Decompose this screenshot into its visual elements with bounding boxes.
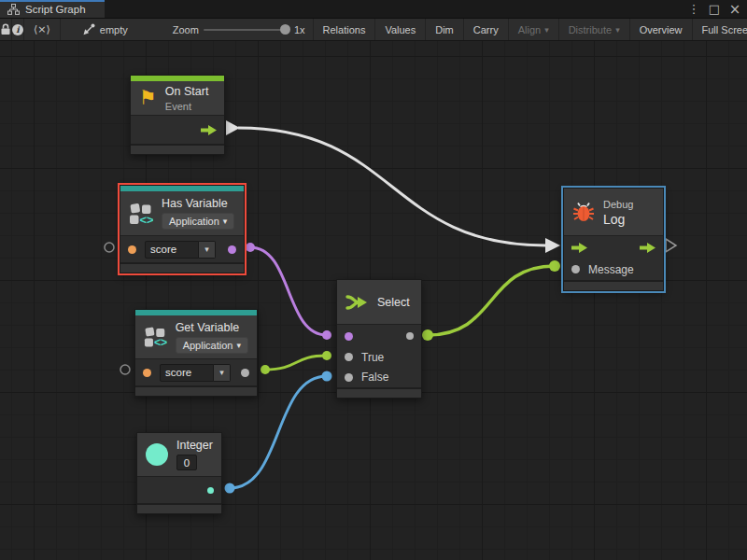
wire-select-to-debuglog-message-end-dot[interactable] bbox=[549, 260, 560, 272]
wire-getvariable-to-select-true-start-dot[interactable] bbox=[261, 365, 270, 374]
lock-icon bbox=[0, 23, 11, 35]
zoom-control: Zoom 1x bbox=[165, 19, 313, 40]
select-icon bbox=[345, 293, 369, 312]
input-port-true[interactable] bbox=[345, 353, 353, 361]
flag-icon: ⚑ bbox=[139, 89, 157, 108]
svg-text:<>: <> bbox=[154, 336, 167, 348]
graph-canvas[interactable]: ⚑ On Start Event bbox=[0, 41, 747, 560]
node-footer bbox=[131, 144, 224, 154]
node-debug-log[interactable]: Debug Log Message bbox=[563, 188, 664, 291]
onstart-output-arrow bbox=[226, 120, 240, 135]
node-select[interactable]: Select True False bbox=[336, 279, 422, 399]
maximize-icon[interactable]: □ bbox=[706, 1, 723, 18]
node-footer bbox=[120, 262, 244, 273]
variable-scope-dropdown[interactable]: Application ▾ bbox=[162, 213, 234, 230]
wire-select-to-debuglog-message-start-dot[interactable] bbox=[422, 329, 433, 341]
node-footer bbox=[137, 503, 221, 513]
carry-button[interactable]: Carry bbox=[463, 19, 508, 40]
input-port-false[interactable] bbox=[345, 373, 353, 382]
relations-button[interactable]: Relations bbox=[313, 19, 375, 40]
node-footer bbox=[337, 387, 421, 398]
zoom-slider[interactable] bbox=[204, 29, 289, 31]
dim-button[interactable]: Dim bbox=[425, 19, 463, 40]
flow-output-port[interactable] bbox=[640, 243, 655, 253]
node-title: Get Variable bbox=[176, 321, 240, 334]
zoom-level: 1x bbox=[294, 24, 305, 35]
input-port-condition[interactable] bbox=[345, 332, 353, 341]
wire-integer-to-select-false-end-dot[interactable] bbox=[322, 371, 332, 382]
node-on-start[interactable]: ⚑ On Start Event bbox=[130, 75, 225, 155]
debuglog-output-hint-triangle bbox=[666, 239, 676, 252]
info-button[interactable]: i bbox=[12, 19, 24, 40]
wire-getvariable-to-select-true[interactable] bbox=[265, 356, 327, 370]
chevron-down-icon: ▾ bbox=[544, 25, 549, 35]
node-footer bbox=[135, 385, 257, 396]
window-controls: ⋮ □ × bbox=[685, 0, 747, 18]
values-button[interactable]: Values bbox=[374, 19, 425, 40]
integer-value-field[interactable]: 0 bbox=[176, 455, 197, 470]
port-label-true: True bbox=[361, 351, 384, 364]
output-port-value[interactable] bbox=[241, 369, 249, 377]
tab-bar: Script Graph ⋮ □ × bbox=[0, 0, 747, 19]
debuglog-input-arrowhead bbox=[545, 238, 560, 253]
node-get-variable[interactable]: <> Get Variable Application ▾ score ▾ bbox=[134, 309, 258, 397]
flow-output-port[interactable] bbox=[201, 125, 217, 135]
node-integer[interactable]: Integer 0 bbox=[136, 432, 222, 514]
variable-name-field[interactable]: score bbox=[145, 241, 199, 259]
output-port-value[interactable] bbox=[207, 487, 214, 494]
selection-label: empty bbox=[100, 24, 128, 35]
node-title: Select bbox=[377, 296, 410, 309]
wire-hasvariable-to-select-condition[interactable] bbox=[250, 247, 327, 335]
integer-type-icon bbox=[146, 443, 168, 466]
node-has-variable[interactable]: <> Has Variable Application ▾ score ▾ bbox=[120, 185, 245, 273]
variable-name-field[interactable]: score bbox=[160, 364, 214, 382]
node-title: Log bbox=[603, 213, 625, 226]
input-port-message[interactable] bbox=[571, 265, 580, 273]
output-port-result[interactable] bbox=[228, 245, 236, 254]
code-view-button[interactable]: ⟨×⟩ bbox=[24, 19, 61, 40]
graph-toolbar: i ⟨×⟩ empty Zoom 1x Relations Values Dim… bbox=[0, 19, 747, 41]
graph-pointer-icon bbox=[81, 23, 95, 35]
output-port-selection[interactable] bbox=[406, 332, 414, 340]
node-title: Has Variable bbox=[162, 197, 228, 210]
node-group-label: Debug bbox=[603, 199, 633, 210]
menu-icon[interactable]: ⋮ bbox=[685, 1, 702, 18]
variable-scope-dropdown[interactable]: Application ▾ bbox=[176, 337, 248, 354]
flow-input-port[interactable] bbox=[571, 243, 587, 253]
tab-script-graph[interactable]: Script Graph bbox=[0, 0, 105, 18]
chevron-down-icon: ▾ bbox=[615, 25, 620, 35]
info-icon: i bbox=[12, 24, 23, 35]
wire-integer-to-select-false-start-dot[interactable] bbox=[225, 483, 235, 494]
distribute-dropdown-button: Distribute▾ bbox=[558, 19, 629, 40]
wire-onstart-to-debuglog[interactable] bbox=[238, 128, 546, 245]
svg-text:<>: <> bbox=[140, 213, 154, 225]
input-port-name[interactable] bbox=[128, 245, 136, 254]
graph-icon bbox=[7, 4, 20, 15]
align-dropdown-button: Align▾ bbox=[508, 19, 558, 40]
port-label-false: False bbox=[361, 371, 388, 384]
lock-button[interactable] bbox=[0, 19, 12, 40]
variables-icon: <> bbox=[129, 203, 153, 225]
selection-indicator: empty bbox=[74, 19, 135, 40]
variables-icon: <> bbox=[144, 326, 167, 348]
script-graph-window: Script Graph ⋮ □ × i ⟨×⟩ empty bbox=[0, 0, 747, 560]
getvariable-unconnected-port-hint bbox=[120, 365, 130, 374]
node-title: On Start bbox=[165, 85, 209, 98]
wire-hasvariable-to-select-condition-start-dot[interactable] bbox=[246, 243, 255, 252]
node-footer bbox=[564, 280, 663, 290]
variable-name-dropdown-button[interactable]: ▾ bbox=[214, 364, 231, 382]
wire-select-to-debuglog-message[interactable] bbox=[428, 266, 555, 335]
tab-title: Script Graph bbox=[25, 4, 86, 15]
bug-icon bbox=[572, 202, 595, 222]
input-port-name[interactable] bbox=[143, 369, 151, 377]
zoom-slider-handle[interactable] bbox=[280, 24, 290, 35]
full-screen-button[interactable]: Full Screen bbox=[692, 19, 747, 40]
close-icon[interactable]: × bbox=[726, 1, 743, 18]
node-subtitle: Event bbox=[165, 101, 191, 112]
chevron-down-icon: ▾ bbox=[223, 217, 228, 226]
wire-hasvariable-to-select-condition-end-dot[interactable] bbox=[322, 330, 331, 340]
overview-button[interactable]: Overview bbox=[629, 19, 692, 40]
hasvariable-unconnected-port-hint bbox=[105, 243, 114, 252]
wire-getvariable-to-select-true-end-dot[interactable] bbox=[322, 351, 331, 360]
variable-name-dropdown-button[interactable]: ▾ bbox=[199, 241, 216, 259]
